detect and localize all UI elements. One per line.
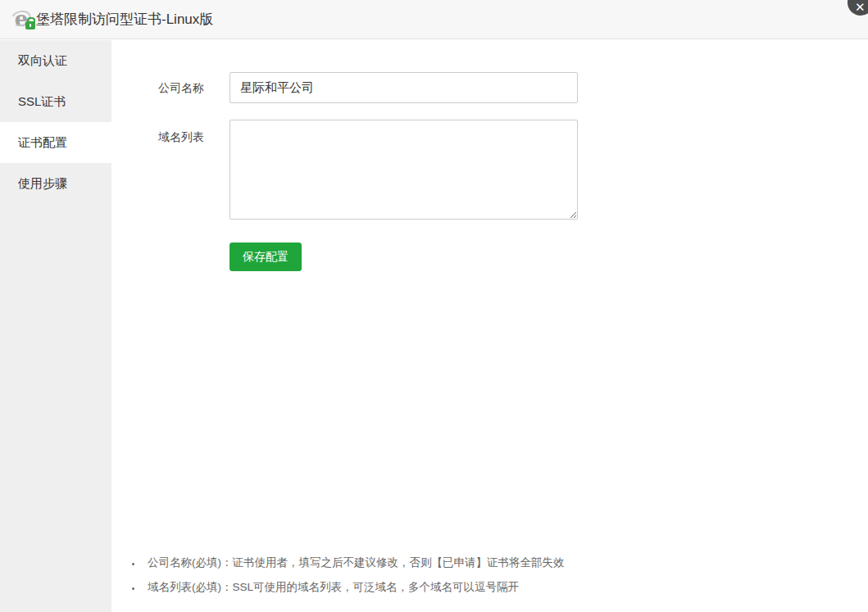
domain-list-textarea[interactable] <box>229 120 578 220</box>
close-icon: ✕ <box>855 0 866 14</box>
help-note-domains: 域名列表(必填)：SSL可使用的域名列表，可泛域名，多个域名可以逗号隔开 <box>143 575 565 600</box>
help-note-company: 公司名称(必填)：证书使用者，填写之后不建议修改，否则【已申请】证书将全部失效 <box>143 551 565 575</box>
sidebar-item-mutual-auth[interactable]: 双向认证 <box>0 40 111 81</box>
domain-list-label: 域名列表 <box>158 129 204 145</box>
sidebar: 双向认证 SSL证书 证书配置 使用步骤 <box>0 40 111 612</box>
main-content: 公司名称 域名列表 保存配置 公司名称(必填)：证书使用者，填写之后不建议修改，… <box>111 40 868 612</box>
company-name-input[interactable] <box>229 72 578 103</box>
lock-icon <box>25 21 35 29</box>
close-button[interactable]: ✕ <box>848 0 868 16</box>
sidebar-item-cert-config[interactable]: 证书配置 <box>0 122 111 163</box>
ssl-certificate-icon: e <box>11 8 33 29</box>
save-config-button[interactable]: 保存配置 <box>229 243 302 271</box>
sidebar-item-usage-steps[interactable]: 使用步骤 <box>0 163 111 204</box>
help-notes: 公司名称(必填)：证书使用者，填写之后不建议修改，否则【已申请】证书将全部失效 … <box>131 551 565 600</box>
company-name-label: 公司名称 <box>158 72 204 103</box>
window-title: 堡塔限制访问型证书-Linux版 <box>36 0 213 39</box>
sidebar-item-ssl-cert[interactable]: SSL证书 <box>0 81 111 122</box>
plugin-window: e 堡塔限制访问型证书-Linux版 ✕ 双向认证 SSL证书 证书配置 使用步… <box>0 0 868 612</box>
window-titlebar: e 堡塔限制访问型证书-Linux版 ✕ <box>0 0 868 39</box>
